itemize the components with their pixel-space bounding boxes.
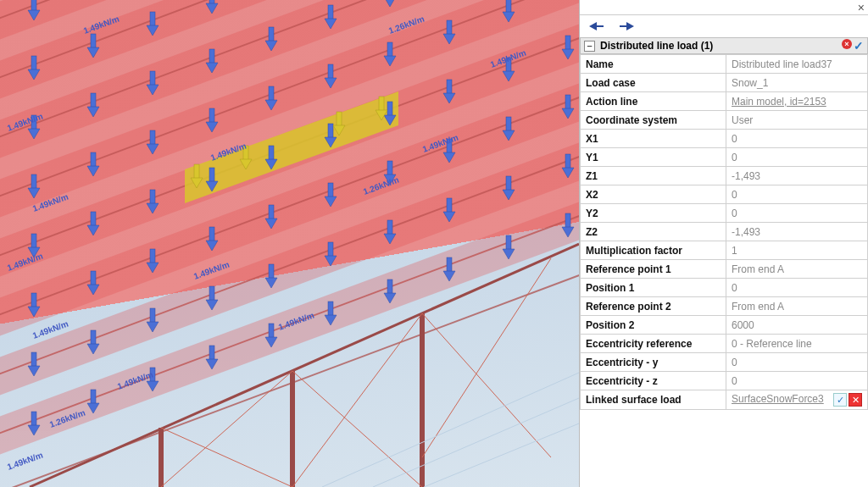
property-row[interactable]: Position 10	[581, 279, 868, 297]
close-icon[interactable]: ×	[858, 1, 865, 14]
property-key: Coordinate system	[581, 111, 726, 130]
property-row[interactable]: Reference point 1From end A	[581, 260, 868, 279]
nav-forward-button[interactable]	[617, 20, 636, 32]
property-value[interactable]: 0	[726, 148, 868, 167]
svg-text:1.49kN/m: 1.49kN/m	[6, 450, 44, 471]
load-bands	[0, 0, 579, 470]
row-apply-icon[interactable]: ✓	[833, 393, 847, 407]
collapse-toggle-icon[interactable]: –	[584, 41, 595, 52]
property-row[interactable]: Eccentricity reference0 - Reference line	[581, 335, 868, 353]
property-value[interactable]: From end A	[726, 297, 868, 316]
property-value[interactable]: 0	[726, 130, 868, 148]
property-key: Eccentricity reference	[581, 335, 726, 353]
property-key: Eccentricity - z	[581, 372, 726, 390]
property-value[interactable]: From end A	[726, 260, 868, 279]
property-row[interactable]: Linked surface loadSurfaceSnowForce3✓✕	[581, 390, 868, 410]
property-row[interactable]: Z1-1,493	[581, 167, 868, 185]
property-row[interactable]: Reference point 2From end A	[581, 297, 868, 316]
property-value[interactable]: Snow_1	[726, 74, 868, 92]
property-row[interactable]: X10	[581, 130, 868, 148]
svg-line-25	[161, 428, 292, 487]
property-key: Eccentricity - y	[581, 353, 726, 372]
property-key: Action line	[581, 92, 726, 111]
property-key: X1	[581, 130, 726, 148]
svg-line-28	[292, 313, 422, 487]
property-key: X2	[581, 185, 726, 204]
properties-panel: × – Distributed line load (1) × ✓ NameDi…	[579, 0, 868, 487]
property-key: Y1	[581, 148, 726, 167]
row-delete-icon[interactable]: ✕	[849, 393, 862, 407]
property-key: Z2	[581, 223, 726, 241]
property-value[interactable]: 0	[726, 279, 868, 297]
property-key: Y2	[581, 204, 726, 223]
svg-line-29	[422, 313, 551, 457]
property-key: Multiplication factor	[581, 241, 726, 260]
property-value[interactable]: Distributed line load37	[726, 55, 868, 74]
property-row[interactable]: Eccentricity - y0	[581, 353, 868, 372]
property-key: Reference point 2	[581, 297, 726, 316]
property-row[interactable]: Eccentricity - z0	[581, 372, 868, 390]
property-key: Z1	[581, 167, 726, 185]
viewport-svg: 1.49kN/m1.49kN/m1.49kN/m1.49kN/m1.26kN/m…	[0, 0, 579, 487]
property-row[interactable]: Action lineMain model, id=2153	[581, 92, 868, 111]
property-key: Name	[581, 55, 726, 74]
property-row[interactable]: Y20	[581, 204, 868, 223]
model-viewport[interactable]: 1.49kN/m1.49kN/m1.49kN/m1.49kN/m1.26kN/m…	[0, 0, 579, 487]
properties-list: – Distributed line load (1) × ✓ NameDist…	[580, 37, 868, 487]
property-value[interactable]: User	[726, 111, 868, 130]
panel-nav	[580, 15, 868, 37]
property-key: Reference point 1	[581, 260, 726, 279]
property-value[interactable]: Main model, id=2153	[726, 92, 868, 111]
property-row[interactable]: Y10	[581, 148, 868, 167]
property-value[interactable]: -1,493	[726, 167, 868, 185]
property-value[interactable]: 0 - Reference line	[726, 335, 868, 353]
property-value[interactable]: -1,493	[726, 223, 868, 241]
group-check-icon[interactable]: ✓	[854, 39, 864, 53]
group-error-icon[interactable]: ×	[842, 39, 852, 49]
property-row[interactable]: Position 26000	[581, 316, 868, 335]
property-value[interactable]: 0	[726, 353, 868, 372]
svg-line-27	[292, 371, 422, 487]
property-value[interactable]: SurfaceSnowForce3✓✕	[726, 390, 868, 410]
property-group-header[interactable]: – Distributed line load (1) × ✓	[580, 37, 868, 54]
property-row[interactable]: NameDistributed line load37	[581, 55, 868, 74]
property-value[interactable]: 0	[726, 185, 868, 204]
property-value[interactable]: 6000	[726, 316, 868, 335]
properties-table: NameDistributed line load37Load caseSnow…	[580, 54, 868, 410]
svg-line-32	[373, 398, 579, 487]
property-value[interactable]: 0	[726, 372, 868, 390]
svg-line-26	[161, 371, 292, 487]
property-row[interactable]: Multiplication factor1	[581, 241, 868, 260]
group-title: Distributed line load (1)	[600, 40, 713, 52]
property-row[interactable]: Z2-1,493	[581, 223, 868, 241]
property-key: Position 2	[581, 316, 726, 335]
property-key: Position 1	[581, 279, 726, 297]
svg-line-31	[322, 373, 579, 487]
property-value[interactable]: 1	[726, 241, 868, 260]
property-key: Linked surface load	[581, 390, 726, 410]
nav-back-button[interactable]	[587, 20, 605, 32]
property-row[interactable]: Load caseSnow_1	[581, 74, 868, 92]
panel-titlebar: ×	[580, 0, 868, 15]
property-row[interactable]: Coordinate systemUser	[581, 111, 868, 130]
property-row[interactable]: X20	[581, 185, 868, 204]
property-key: Load case	[581, 74, 726, 92]
property-value[interactable]: 0	[726, 204, 868, 223]
